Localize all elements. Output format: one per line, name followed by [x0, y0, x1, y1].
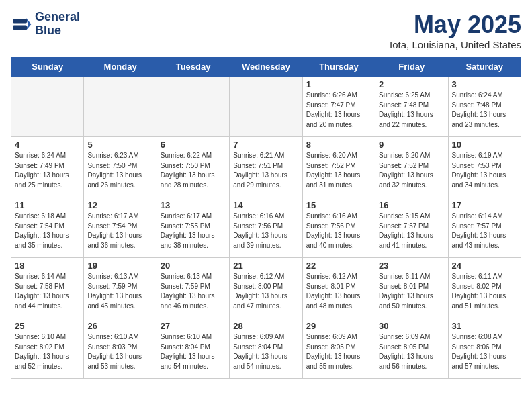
week-row-3: 11Sunrise: 6:18 AM Sunset: 7:54 PM Dayli…: [11, 197, 521, 258]
day-number: 2: [379, 79, 444, 89]
week-row-2: 4Sunrise: 6:24 AM Sunset: 7:49 PM Daylig…: [11, 137, 521, 197]
calendar-cell: 27Sunrise: 6:10 AM Sunset: 8:04 PM Dayli…: [157, 318, 229, 379]
week-row-1: 1Sunrise: 6:26 AM Sunset: 7:47 PM Daylig…: [11, 77, 521, 137]
calendar-table: SundayMondayTuesdayWednesdayThursdayFrid…: [11, 57, 521, 379]
day-info: Sunrise: 6:11 AM Sunset: 8:02 PM Dayligh…: [452, 272, 517, 311]
calendar-cell: 6Sunrise: 6:22 AM Sunset: 7:50 PM Daylig…: [157, 137, 229, 197]
day-info: Sunrise: 6:13 AM Sunset: 7:59 PM Dayligh…: [161, 272, 226, 311]
calendar-cell: 30Sunrise: 6:09 AM Sunset: 8:05 PM Dayli…: [375, 318, 448, 379]
calendar-cell: 18Sunrise: 6:14 AM Sunset: 7:58 PM Dayli…: [11, 258, 84, 318]
calendar-cell: 9Sunrise: 6:20 AM Sunset: 7:52 PM Daylig…: [375, 137, 448, 197]
svg-rect-2: [13, 19, 27, 23]
calendar-cell: 26Sunrise: 6:10 AM Sunset: 8:03 PM Dayli…: [84, 318, 157, 379]
calendar-cell: 17Sunrise: 6:14 AM Sunset: 7:57 PM Dayli…: [448, 197, 521, 258]
calendar-cell: 15Sunrise: 6:16 AM Sunset: 7:56 PM Dayli…: [302, 197, 375, 258]
calendar-cell: 12Sunrise: 6:17 AM Sunset: 7:54 PM Dayli…: [84, 197, 157, 258]
calendar-cell: 24Sunrise: 6:11 AM Sunset: 8:02 PM Dayli…: [448, 258, 521, 318]
svg-rect-3: [13, 25, 27, 29]
day-info: Sunrise: 6:16 AM Sunset: 7:56 PM Dayligh…: [306, 212, 371, 250]
day-info: Sunrise: 6:10 AM Sunset: 8:03 PM Dayligh…: [87, 332, 152, 371]
day-info: Sunrise: 6:23 AM Sunset: 7:50 PM Dayligh…: [87, 151, 152, 190]
day-number: 14: [233, 200, 298, 210]
calendar-cell: 3Sunrise: 6:24 AM Sunset: 7:48 PM Daylig…: [448, 77, 521, 137]
day-info: Sunrise: 6:12 AM Sunset: 8:00 PM Dayligh…: [233, 272, 298, 311]
day-number: 18: [15, 261, 80, 271]
day-info: Sunrise: 6:17 AM Sunset: 7:54 PM Dayligh…: [87, 212, 152, 250]
day-info: Sunrise: 6:19 AM Sunset: 7:53 PM Dayligh…: [452, 151, 517, 190]
calendar-cell: 1Sunrise: 6:26 AM Sunset: 7:47 PM Daylig…: [302, 77, 375, 137]
day-info: Sunrise: 6:16 AM Sunset: 7:56 PM Dayligh…: [233, 212, 298, 250]
day-number: 19: [87, 261, 152, 271]
calendar-cell: 10Sunrise: 6:19 AM Sunset: 7:53 PM Dayli…: [448, 137, 521, 197]
calendar-cell: 13Sunrise: 6:17 AM Sunset: 7:55 PM Dayli…: [157, 197, 229, 258]
calendar-cell: 7Sunrise: 6:21 AM Sunset: 7:51 PM Daylig…: [230, 137, 302, 197]
calendar-cell: 11Sunrise: 6:18 AM Sunset: 7:54 PM Dayli…: [11, 197, 84, 258]
day-number: 3: [452, 79, 517, 89]
day-number: 5: [87, 140, 152, 150]
day-number: 13: [161, 200, 226, 210]
day-number: 22: [306, 261, 371, 271]
day-number: 7: [233, 140, 298, 150]
day-number: 17: [452, 200, 517, 210]
logo-icon: [11, 13, 32, 35]
calendar-cell: [230, 77, 302, 137]
day-info: Sunrise: 6:14 AM Sunset: 7:57 PM Dayligh…: [452, 212, 517, 250]
calendar-cell: 29Sunrise: 6:09 AM Sunset: 8:05 PM Dayli…: [302, 318, 375, 379]
day-number: 1: [306, 79, 371, 89]
calendar-cell: 8Sunrise: 6:20 AM Sunset: 7:52 PM Daylig…: [302, 137, 375, 197]
location: Iota, Louisiana, United States: [390, 39, 521, 50]
day-info: Sunrise: 6:14 AM Sunset: 7:58 PM Dayligh…: [15, 272, 80, 311]
day-info: Sunrise: 6:26 AM Sunset: 7:47 PM Dayligh…: [306, 91, 371, 130]
calendar-cell: 21Sunrise: 6:12 AM Sunset: 8:00 PM Dayli…: [230, 258, 302, 318]
day-number: 10: [452, 140, 517, 150]
day-info: Sunrise: 6:17 AM Sunset: 7:55 PM Dayligh…: [161, 212, 226, 250]
day-number: 15: [306, 200, 371, 210]
day-info: Sunrise: 6:13 AM Sunset: 7:59 PM Dayligh…: [87, 272, 152, 311]
weekday-header-tuesday: Tuesday: [157, 58, 229, 77]
day-info: Sunrise: 6:24 AM Sunset: 7:48 PM Dayligh…: [452, 91, 517, 130]
week-row-5: 25Sunrise: 6:10 AM Sunset: 8:02 PM Dayli…: [11, 318, 521, 379]
day-number: 25: [15, 321, 80, 331]
day-number: 24: [452, 261, 517, 271]
day-info: Sunrise: 6:11 AM Sunset: 8:01 PM Dayligh…: [379, 272, 444, 311]
calendar-cell: 2Sunrise: 6:25 AM Sunset: 7:48 PM Daylig…: [375, 77, 448, 137]
day-number: 16: [379, 200, 444, 210]
calendar-cell: 5Sunrise: 6:23 AM Sunset: 7:50 PM Daylig…: [84, 137, 157, 197]
day-info: Sunrise: 6:18 AM Sunset: 7:54 PM Dayligh…: [15, 212, 80, 250]
day-number: 4: [15, 140, 80, 150]
calendar-cell: 16Sunrise: 6:15 AM Sunset: 7:57 PM Dayli…: [375, 197, 448, 258]
day-number: 23: [379, 261, 444, 271]
day-info: Sunrise: 6:15 AM Sunset: 7:57 PM Dayligh…: [379, 212, 444, 250]
title-block: May 2025 Iota, Louisiana, United States: [390, 11, 521, 50]
calendar-cell: 25Sunrise: 6:10 AM Sunset: 8:02 PM Dayli…: [11, 318, 84, 379]
day-number: 8: [306, 140, 371, 150]
weekday-header-thursday: Thursday: [302, 58, 375, 77]
logo: General Blue: [11, 11, 80, 38]
weekday-header-wednesday: Wednesday: [230, 58, 302, 77]
day-info: Sunrise: 6:08 AM Sunset: 8:06 PM Dayligh…: [452, 332, 517, 371]
day-info: Sunrise: 6:09 AM Sunset: 8:05 PM Dayligh…: [306, 332, 371, 371]
weekday-header-sunday: Sunday: [11, 58, 84, 77]
day-number: 27: [161, 321, 226, 331]
day-number: 31: [452, 321, 517, 331]
day-info: Sunrise: 6:12 AM Sunset: 8:01 PM Dayligh…: [306, 272, 371, 311]
day-info: Sunrise: 6:21 AM Sunset: 7:51 PM Dayligh…: [233, 151, 298, 190]
day-info: Sunrise: 6:09 AM Sunset: 8:05 PM Dayligh…: [379, 332, 444, 371]
month-title: May 2025: [390, 11, 521, 39]
calendar-cell: 22Sunrise: 6:12 AM Sunset: 8:01 PM Dayli…: [302, 258, 375, 318]
weekday-header-saturday: Saturday: [448, 58, 521, 77]
logo-text: General Blue: [35, 11, 80, 38]
calendar-cell: [84, 77, 157, 137]
day-number: 20: [161, 261, 226, 271]
week-row-4: 18Sunrise: 6:14 AM Sunset: 7:58 PM Dayli…: [11, 258, 521, 318]
day-number: 11: [15, 200, 80, 210]
day-info: Sunrise: 6:10 AM Sunset: 8:04 PM Dayligh…: [161, 332, 226, 371]
day-number: 21: [233, 261, 298, 271]
day-info: Sunrise: 6:24 AM Sunset: 7:49 PM Dayligh…: [15, 151, 80, 190]
calendar-cell: 4Sunrise: 6:24 AM Sunset: 7:49 PM Daylig…: [11, 137, 84, 197]
day-number: 29: [306, 321, 371, 331]
weekday-header-monday: Monday: [84, 58, 157, 77]
calendar-cell: 19Sunrise: 6:13 AM Sunset: 7:59 PM Dayli…: [84, 258, 157, 318]
calendar-body: 1Sunrise: 6:26 AM Sunset: 7:47 PM Daylig…: [11, 77, 521, 379]
day-number: 26: [87, 321, 152, 331]
